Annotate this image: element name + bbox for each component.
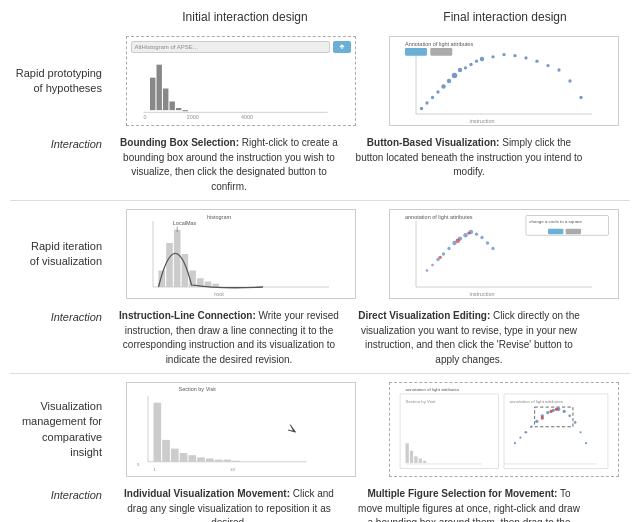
svg-text:4000: 4000 (241, 114, 253, 120)
svg-rect-89 (223, 460, 231, 462)
svg-rect-88 (214, 460, 222, 462)
svg-point-112 (546, 411, 549, 414)
svg-text:Section by Visit: Section by Visit (178, 386, 216, 392)
img2a: histogram LocalMax (126, 209, 356, 299)
svg-point-74 (438, 256, 441, 259)
svg-point-18 (419, 107, 422, 110)
section1-interaction-texts: Bounding Box Selection: Right-click to c… (110, 134, 640, 196)
svg-point-33 (524, 56, 527, 59)
svg-rect-85 (188, 455, 196, 462)
svg-point-64 (441, 252, 444, 255)
header-initial: Initial interaction design (115, 10, 375, 24)
svg-point-110 (535, 420, 538, 423)
svg-point-37 (568, 79, 571, 82)
svg-point-29 (479, 57, 483, 61)
svg-rect-81 (153, 403, 161, 462)
svg-point-106 (513, 442, 515, 444)
svg-point-70 (474, 233, 477, 236)
svg-point-31 (502, 53, 505, 56)
divider2 (10, 373, 630, 374)
img1b: Annotation of light attributes (389, 36, 619, 126)
section3-left-text: Individual Visualization Movement: Click… (114, 487, 344, 522)
section3-interaction-label: Interaction (0, 485, 110, 505)
svg-rect-84 (179, 453, 187, 462)
section3-left-bold: Individual Visualization Movement: (124, 488, 290, 499)
svg-text:annotation of light attributes: annotation of light attributes (405, 214, 473, 220)
svg-point-32 (513, 54, 516, 57)
svg-point-107 (519, 437, 521, 439)
svg-text:Section by Visit: Section by Visit (405, 399, 436, 404)
header-final: Final interaction design (375, 10, 635, 24)
section3-right-bold: Multiple Figure Selection for Movement: (367, 488, 557, 499)
svg-point-76 (467, 231, 470, 234)
svg-point-75 (455, 239, 459, 243)
svg-point-36 (557, 68, 560, 71)
svg-point-116 (568, 415, 571, 418)
svg-text:1: 1 (153, 467, 156, 472)
svg-point-122 (554, 408, 557, 411)
svg-point-72 (485, 241, 488, 244)
svg-rect-45 (173, 230, 180, 287)
svg-rect-3 (156, 65, 161, 111)
svg-text:LocalMax: LocalMax (172, 220, 196, 226)
section2-left-text: Instruction-Line Connection: Write your … (114, 309, 344, 367)
svg-point-65 (447, 247, 450, 250)
svg-point-27 (469, 63, 472, 66)
section2-interaction-row: Interaction Instruction-Line Connection:… (0, 307, 640, 369)
svg-point-118 (579, 431, 581, 433)
svg-point-35 (546, 64, 549, 67)
section1-interaction-row: Interaction Bounding Box Selection: Righ… (0, 134, 640, 196)
svg-point-30 (491, 55, 494, 58)
svg-point-117 (573, 421, 576, 424)
svg-text:0: 0 (137, 462, 140, 467)
section1-interaction-label: Interaction (0, 134, 110, 154)
svg-text:root: root (214, 291, 224, 297)
svg-rect-15 (430, 48, 452, 56)
section1-right-bold: Button-Based Visualization: (367, 137, 500, 148)
section3-right-text: Multiple Figure Selection for Movement: … (354, 487, 584, 522)
section3-interaction-texts: Individual Visualization Movement: Click… (110, 485, 640, 522)
section3-label: Visualizationmanagement forcomparative i… (0, 378, 110, 481)
svg-text:instruction: instruction (469, 118, 494, 124)
section2-interaction-label: Interaction (0, 307, 110, 327)
svg-text:Annotation of light attributes: Annotation of light attributes (405, 41, 473, 47)
svg-point-28 (474, 60, 477, 63)
svg-text:annotation of light attributes: annotation of light attributes (405, 387, 459, 392)
svg-point-120 (540, 416, 543, 419)
svg-rect-101 (418, 458, 421, 462)
svg-rect-57 (548, 229, 563, 235)
section2-left-bold: Instruction-Line Connection: (119, 310, 256, 321)
svg-text:annotation of light attributes: annotation of light attributes (509, 399, 563, 404)
section1-left-bold: Bounding Box Selection: (120, 137, 239, 148)
section2-images: histogram LocalMax (110, 205, 640, 303)
svg-point-108 (524, 431, 527, 434)
svg-point-38 (579, 96, 582, 99)
img3a: Section by Visit 0 (126, 382, 356, 477)
section3-images-row: Visualizationmanagement forcomparative i… (0, 378, 640, 481)
svg-text:instruction: instruction (469, 291, 494, 297)
svg-text:2000: 2000 (186, 114, 198, 120)
img1a: AltHistogram of APSE... (126, 36, 356, 126)
svg-point-119 (584, 442, 586, 444)
img2b: annotation of light attributes change a … (389, 209, 619, 299)
svg-point-68 (463, 233, 467, 237)
svg-point-71 (480, 236, 483, 239)
svg-rect-100 (414, 456, 417, 463)
section1-images: AltHistogram of APSE... (110, 32, 640, 130)
section2-right-bold: Direct Visualization Editing: (358, 310, 490, 321)
svg-rect-99 (409, 451, 412, 463)
svg-marker-91 (288, 425, 296, 433)
page: Initial interaction design Final interac… (0, 0, 640, 522)
svg-rect-104 (504, 394, 608, 468)
svg-point-73 (491, 247, 494, 250)
svg-point-62 (431, 264, 434, 267)
svg-rect-7 (182, 110, 187, 111)
header-row: Initial interaction design Final interac… (0, 10, 640, 24)
svg-point-121 (549, 410, 552, 413)
svg-point-24 (451, 73, 457, 79)
svg-point-109 (530, 425, 533, 428)
svg-point-21 (436, 90, 439, 93)
svg-text:histogram: histogram (206, 214, 231, 220)
svg-point-61 (425, 269, 428, 272)
svg-point-19 (425, 101, 428, 104)
